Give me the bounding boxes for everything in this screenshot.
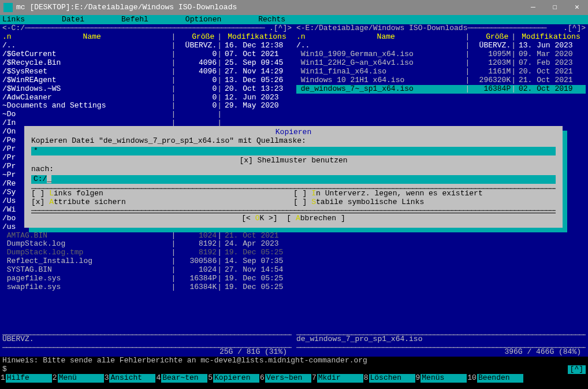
right-prefix[interactable]: <- bbox=[296, 24, 306, 33]
fkey-6[interactable]: 6Vers~ben bbox=[259, 374, 311, 383]
dialog-dest-label: nach: bbox=[31, 165, 556, 174]
file-row[interactable]: SYSTAG.BIN|1024|27. Nov 14:54 bbox=[2, 266, 292, 275]
dialog-shellmuster[interactable]: [x] Shellmuster benutzen bbox=[31, 157, 556, 165]
fkey-8[interactable]: 8Löschen bbox=[363, 374, 415, 383]
dialog-title: Kopieren bbox=[31, 128, 556, 137]
right-suffix[interactable]: .[^]> bbox=[563, 24, 586, 33]
fkey-9[interactable]: 9Menüs bbox=[415, 374, 467, 383]
file-row[interactable]: DumpStack.log|8192|24. Apr 2023 bbox=[2, 240, 292, 249]
left-col-header: .n Name| Größe| Modifikations bbox=[2, 33, 292, 42]
file-row[interactable]: Win10_1909_German_x64.iso|1095M|09. Mar … bbox=[296, 50, 586, 59]
file-row[interactable]: /$Recycle.Bin|4096|25. Sep 09:45 bbox=[2, 59, 292, 68]
file-row[interactable]: Win11_22H2_G~an_x64v1.iso|1203M|07. Feb … bbox=[296, 59, 586, 68]
window-title: mc [DESKTOP]:E:/Dateiablage/Windows ISO-… bbox=[16, 3, 237, 12]
fkey-5[interactable]: 5Kopieren bbox=[207, 374, 259, 383]
file-row[interactable]: /$SysReset|4096|27. Nov 14:29 bbox=[2, 68, 292, 76]
file-row[interactable]: AMTAG.BIN|1024|21. Oct 2021 bbox=[2, 232, 292, 240]
fkey-3[interactable]: 3Ansicht bbox=[104, 374, 156, 383]
menu-optionen[interactable]: Optionen bbox=[185, 16, 221, 24]
file-row[interactable]: Windows 10 21H1 x64.iso|296320K|21. Oct … bbox=[296, 76, 586, 85]
file-row[interactable]: Win11_final_x64.iso|1161M|20. Oct 2021 bbox=[296, 68, 586, 76]
menubar: Links Datei Befehl Optionen Rechts bbox=[0, 15, 588, 24]
fkey-4[interactable]: 4Bear~ten bbox=[155, 374, 207, 383]
ok-button[interactable]: [< OK >] bbox=[241, 214, 277, 223]
file-row[interactable]: /AdwCleaner|0|12. Jun 2023 bbox=[2, 94, 292, 102]
chk-stabile[interactable]: [ ] Stabile symbolische Links bbox=[293, 198, 556, 207]
fkey-7[interactable]: 7Mkdir bbox=[311, 374, 363, 383]
left-path[interactable]: C:/ bbox=[12, 24, 25, 33]
fkey-1[interactable]: 1Hilfe bbox=[0, 374, 52, 383]
maximize-button[interactable]: ☐ bbox=[544, 0, 566, 15]
menu-links[interactable]: Links bbox=[2, 16, 25, 24]
hint-bar: Hinweis: Bitte sende alle Fehlerberichte… bbox=[0, 357, 588, 365]
right-path[interactable]: E:/Dateiablage/Windows ISO-Downloads bbox=[306, 24, 468, 33]
file-row[interactable]: /..|ÜBERVZ.|16. Dec 12:38 bbox=[2, 42, 292, 50]
window-titlebar: mc [DESKTOP]:E:/Dateiablage/Windows ISO-… bbox=[0, 0, 588, 15]
dialog-source-label: Kopieren Datei "de_windows_7_pro_sp1_x64… bbox=[31, 137, 556, 146]
file-row[interactable]: /..|ÜBERVZ.|13. Jun 2023 bbox=[296, 42, 586, 50]
file-row[interactable]: ~Documents and Settings|0|29. May 2020 bbox=[2, 102, 292, 110]
file-row[interactable]: Reflect_Install.log|300586|14. Sep 07:35 bbox=[2, 257, 292, 266]
left-prefix[interactable]: <- bbox=[2, 24, 12, 33]
copy-dialog: Kopieren Kopieren Datei "de_windows_7_pr… bbox=[24, 126, 563, 228]
file-row[interactable]: pagefile.sys|16384P|19. Dec 05:25 bbox=[2, 275, 292, 283]
panels: <- C:/ ─────────────────────────────────… bbox=[0, 24, 588, 357]
chk-unterverz[interactable]: [ ] In Unterverz. legen, wenn es existie… bbox=[293, 190, 556, 198]
chk-links-folgen[interactable]: [ ] Links folgen bbox=[31, 190, 293, 198]
right-col-header: .n Name| Größe| Modifikations bbox=[296, 33, 586, 42]
left-suffix[interactable]: .[^]> bbox=[269, 24, 292, 33]
dialog-source-input[interactable]: * bbox=[31, 147, 556, 155]
right-footer: ────────────────────────────────────────… bbox=[296, 331, 586, 357]
chk-attribute[interactable]: [x] Attribute sichern bbox=[31, 198, 293, 207]
file-row[interactable]: DumpStack.log.tmp|8192|19. Dec 05:25 bbox=[2, 249, 292, 257]
right-file-list[interactable]: /..|ÜBERVZ.|13. Jun 2023 Win10_1909_Germ… bbox=[296, 42, 586, 94]
app-icon bbox=[3, 3, 13, 12]
menu-datei[interactable]: Datei bbox=[62, 16, 84, 24]
menu-rechts[interactable]: Rechts bbox=[258, 16, 285, 24]
file-row[interactable]: /$WinREAgent|0|13. Dec 05:26 bbox=[2, 76, 292, 85]
fkey-10[interactable]: 10Beenden bbox=[467, 374, 523, 383]
file-row[interactable]: de_windows_7~_sp1_x64.iso|16384P|02. Oct… bbox=[296, 85, 586, 94]
dialog-dest-input[interactable]: C:/_ bbox=[31, 175, 556, 184]
function-keys: 1Hilfe2Menü3Ansicht4Bear~ten5Kopieren6Ve… bbox=[0, 374, 588, 383]
file-row[interactable]: ~Do|| bbox=[2, 110, 292, 119]
fkey-2[interactable]: 2Menü bbox=[52, 374, 104, 383]
left-footer: ────────────────────────────────────────… bbox=[2, 331, 292, 357]
menu-befehl[interactable]: Befehl bbox=[121, 16, 148, 24]
cancel-button[interactable]: [ Abbrechen ] bbox=[286, 214, 345, 223]
minimize-button[interactable]: — bbox=[522, 0, 544, 15]
file-row[interactable]: /$Windows.~WS|0|20. Oct 13:23 bbox=[2, 85, 292, 94]
prompt-bar[interactable]: $ [^] bbox=[0, 365, 588, 374]
file-row[interactable]: swapfile.sys|16384K|19. Dec 05:25 bbox=[2, 283, 292, 292]
close-button[interactable]: ✕ bbox=[566, 0, 588, 15]
file-row[interactable]: /$GetCurrent|0|07. Oct 2021 bbox=[2, 50, 292, 59]
